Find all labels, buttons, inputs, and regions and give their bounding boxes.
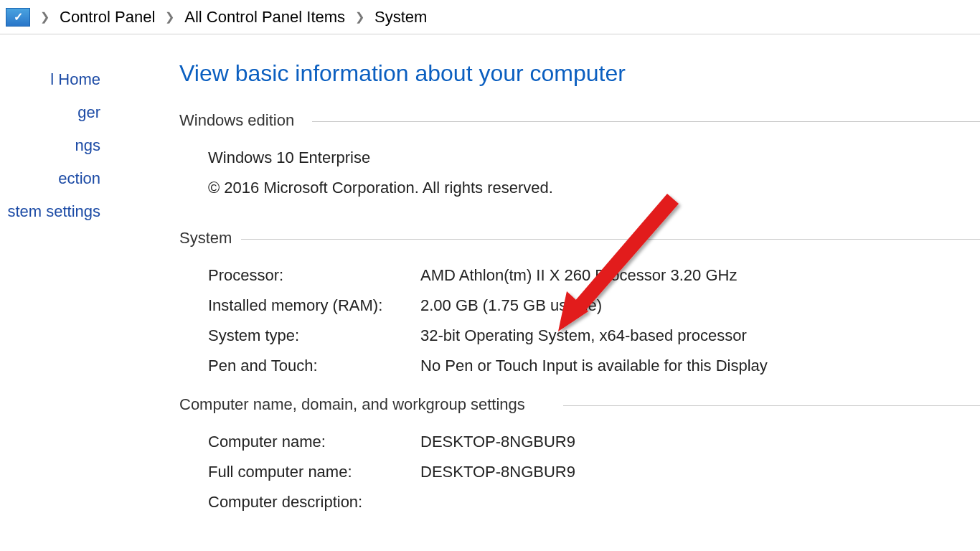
breadcrumb-control-panel[interactable]: Control Panel [60,8,155,27]
sidebar-item-system-settings[interactable]: stem settings [0,195,102,228]
chevron-right-icon: ❯ [40,10,50,24]
sidebar-item-manager[interactable]: ger [0,96,102,129]
computer-row-name: Computer name: DESKTOP-8NGBUR9 [208,427,980,457]
sidebar-item-settings[interactable]: ngs [0,129,102,162]
system-row-processor: Processor: AMD Athlon(tm) II X 260 Proce… [208,260,980,291]
value-computer-description [420,493,980,512]
computer-row-full-name: Full computer name: DESKTOP-8NGBUR9 [208,457,980,487]
value-pen-touch: No Pen or Touch Input is available for t… [420,357,980,375]
breadcrumb-system[interactable]: System [374,8,427,27]
chevron-right-icon: ❯ [355,10,364,24]
value-full-computer-name: DESKTOP-8NGBUR9 [420,463,980,481]
value-computer-name: DESKTOP-8NGBUR9 [420,433,980,451]
label-processor: Processor: [208,266,420,285]
windows-edition-name: Windows 10 Enterprise [208,143,980,173]
system-row-ram: Installed memory (RAM): 2.00 GB (1.75 GB… [208,291,980,321]
computer-row-description: Computer description: [208,487,980,517]
label-full-computer-name: Full computer name: [208,463,420,481]
label-ram: Installed memory (RAM): [208,296,420,315]
label-computer-description: Computer description: [208,493,420,512]
value-processor: AMD Athlon(tm) II X 260 Processor 3.20 G… [420,266,980,285]
value-system-type: 32-bit Operating System, x64-based proce… [420,326,980,345]
sidebar-item-protection[interactable]: ection [0,162,102,195]
page-title: View basic information about your comput… [179,60,980,87]
system-row-type: System type: 32-bit Operating System, x6… [208,321,980,351]
breadcrumb: ❯ Control Panel ❯ All Control Panel Item… [0,0,980,34]
chevron-right-icon: ❯ [165,10,174,24]
section-computer-name: Computer name, domain, and workgroup set… [179,395,980,414]
label-system-type: System type: [208,326,420,345]
section-system: System [179,229,980,248]
windows-copyright: © 2016 Microsoft Corporation. All rights… [208,173,980,203]
main-content: View basic information about your comput… [102,34,980,551]
section-windows-edition: Windows edition [179,111,980,130]
label-computer-name: Computer name: [208,433,420,451]
sidebar: l Home ger ngs ection stem settings [0,34,102,551]
label-pen-touch: Pen and Touch: [208,357,420,375]
sidebar-item-home[interactable]: l Home [0,63,102,96]
breadcrumb-all-items[interactable]: All Control Panel Items [184,8,345,27]
value-ram: 2.00 GB (1.75 GB usable) [420,296,980,315]
system-row-pen-touch: Pen and Touch: No Pen or Touch Input is … [208,351,980,381]
control-panel-icon[interactable] [6,8,30,27]
